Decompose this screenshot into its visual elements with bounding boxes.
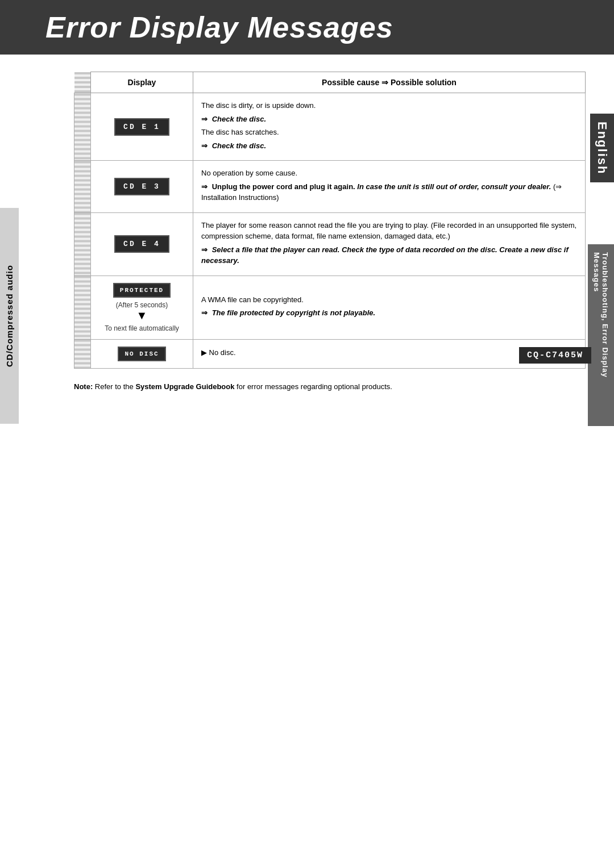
solution-text: ⇒ The file protected by copyright is not… [201, 307, 577, 319]
arrow-icon: ⇒ [201, 114, 208, 125]
cause-text: No operation by some cause. [201, 168, 577, 179]
cause-text: The disc is dirty, or is upside down. [201, 100, 577, 111]
cause-cell-cde4: The player for some reason cannot read t… [193, 212, 586, 276]
solution-bold: Check the disc. [212, 115, 266, 123]
page-header: Error Display Messages [0, 0, 614, 55]
model-badge: CQ-C7405W [519, 347, 591, 364]
note-prefix: Note: [74, 382, 93, 391]
table-header: Display Possible cause ⇒ Possible soluti… [74, 72, 586, 93]
page-title: Error Display Messages [45, 10, 591, 44]
display-badge-protected: PROTECTED [113, 283, 171, 298]
possible-cause-label: Possible cause [322, 78, 379, 87]
table-row: CD E 4 The player for some reason cannot… [74, 212, 586, 276]
possible-solution-label: Possible solution [391, 78, 457, 87]
solution-italic: In case the unit is still out of order, … [357, 182, 551, 191]
side-label-cd-audio: CD/Compressed audio [0, 208, 19, 424]
display-cell-cde1: CD E 1 [91, 93, 193, 161]
main-content: CD/Compressed audio Display Possible cau… [0, 72, 614, 392]
display-badge-cde1: CD E 1 [114, 118, 169, 136]
solution-text-2: ⇒ Check the disc. [201, 140, 577, 152]
note-suffix: for error messages regarding optional pr… [237, 382, 392, 391]
next-file-label: To next file automatically [99, 324, 185, 332]
cause-text-2: The disc has scratches. [201, 127, 577, 138]
display-cell-nodisc: NO DISC [91, 339, 193, 368]
cause-cell-protected: A WMA file can be copyrighted. ⇒ The fil… [193, 276, 586, 339]
cause-cell-cde3: No operation by some cause. ⇒ Unplug the… [193, 161, 586, 213]
arrow-icon: ⇒ [201, 244, 208, 256]
display-cell-cde4: CD E 4 [91, 212, 193, 276]
display-badge-cde4: CD E 4 [114, 235, 169, 253]
after-seconds-label: (After 5 seconds) [99, 301, 185, 309]
solution-bold-2: Check the disc. [212, 141, 266, 150]
solution-text: ⇒ Check the disc. [201, 114, 577, 125]
table-row: NO DISC ▶ No disc. [74, 339, 586, 368]
solution-text: ⇒ Unplug the power cord and plug it agai… [201, 181, 577, 203]
arrow-icon: ⇒ [381, 78, 391, 87]
stripe-col [74, 276, 91, 339]
solution-text: ⇒ Select a file that the player can read… [201, 244, 577, 266]
display-badge-nodisc: NO DISC [118, 347, 165, 361]
cause-cell-cde1: The disc is dirty, or is upside down. ⇒ … [193, 93, 586, 161]
note-section: Note: Refer to the System Upgrade Guideb… [74, 381, 591, 393]
col-cause-header: Possible cause ⇒ Possible solution [193, 72, 586, 93]
stripe-col [74, 339, 91, 368]
display-cell-protected: PROTECTED (After 5 seconds) ▼ To next fi… [91, 276, 193, 339]
stripe-col [74, 161, 91, 213]
solution-italic-2: consult your dealer. [481, 182, 551, 191]
stripe-col [74, 93, 91, 161]
table-row: CD E 1 The disc is dirty, or is upside d… [74, 93, 586, 161]
arrow-icon: ⇒ [201, 140, 208, 152]
cause-text: A WMA file can be copyrighted. [201, 294, 577, 306]
col-display-header: Display [91, 72, 193, 93]
stripe-col [74, 72, 91, 93]
arrow-icon: ⇒ [201, 181, 208, 193]
solution-bold: Unplug the power cord and plug it again. [212, 182, 355, 191]
note-intro: Refer to the [95, 382, 136, 391]
table-row: PROTECTED (After 5 seconds) ▼ To next fi… [74, 276, 586, 339]
note-guidebook: System Upgrade Guidebook [135, 382, 234, 391]
arrow-icon: ⇒ [201, 307, 208, 319]
display-badge-cde3: CD E 3 [114, 178, 169, 195]
error-table: Display Possible cause ⇒ Possible soluti… [74, 72, 586, 369]
cause-text: The player for some reason cannot read t… [201, 220, 577, 242]
down-arrow-icon: ▼ [99, 309, 185, 322]
solution-bold-italic: Select a file that the player can read. … [201, 245, 569, 265]
table-row: CD E 3 No operation by some cause. ⇒ Unp… [74, 161, 586, 213]
solution-bold-italic: The file protected by copyright is not p… [212, 308, 376, 317]
stripe-col [74, 212, 91, 276]
display-cell-cde3: CD E 3 [91, 161, 193, 213]
